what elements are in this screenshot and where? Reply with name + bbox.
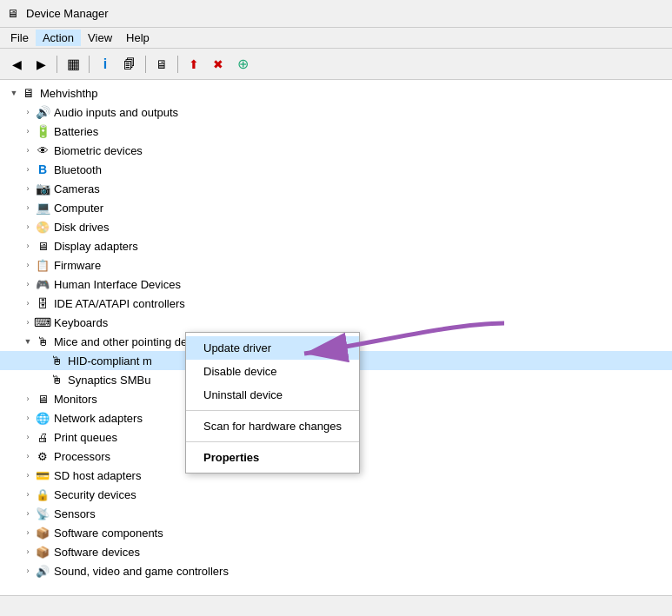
tree-item-firmware[interactable]: › 📋 Firmware <box>0 255 672 275</box>
tree-item-bluetooth[interactable]: › B Bluetooth <box>0 160 672 179</box>
display-expand[interactable]: › <box>21 239 35 253</box>
ctx-uninstall-device[interactable]: Uninstall device <box>186 383 359 407</box>
tree-item-sw-components[interactable]: › 📦 Software components <box>0 523 672 542</box>
uninstall-button[interactable]: ✖ <box>207 53 230 76</box>
tree-item-audio[interactable]: › 🔊 Audio inputs and outputs <box>0 103 672 122</box>
showhide-icon: ▦ <box>67 56 80 72</box>
sensors-icon: 📡 <box>35 506 50 521</box>
mice-expand[interactable]: ▼ <box>21 334 35 348</box>
tree-item-computer[interactable]: › 💻 Computer <box>0 198 672 217</box>
biometric-expand[interactable]: › <box>21 143 35 157</box>
audio-label: Audio inputs and outputs <box>54 106 178 119</box>
ctx-scan-hardware[interactable]: Scan for hardware changes <box>186 414 359 438</box>
synaptics-expand <box>35 373 49 387</box>
audio-expand[interactable]: › <box>21 105 35 119</box>
hid-expand[interactable]: › <box>21 277 35 291</box>
window-title: Device Manager <box>26 7 109 20</box>
tree-item-display[interactable]: › 🖥 Display adapters <box>0 236 672 255</box>
hid-mouse-label: HID-compliant m <box>68 354 152 368</box>
menu-help[interactable]: Help <box>119 30 156 46</box>
processors-expand[interactable]: › <box>21 449 35 463</box>
update-icon: ⬆ <box>189 57 199 71</box>
root-expand[interactable]: ▼ <box>7 86 21 100</box>
uninstall-icon: ✖ <box>213 57 223 71</box>
context-menu: Update driver Disable device Uninstall d… <box>185 332 360 474</box>
sd-label: SD host adapters <box>54 469 141 482</box>
computer-expand[interactable]: › <box>21 201 35 215</box>
print-label: Print queues <box>54 431 117 444</box>
showhide-button[interactable]: ▦ <box>62 53 84 76</box>
root-label: Mehvishthp <box>40 87 97 100</box>
scan-button[interactable]: ⊕ <box>231 53 254 76</box>
hid-mouse-icon: 🖱 <box>49 353 64 368</box>
screen-icon: 🖥 <box>156 57 168 71</box>
info-button[interactable]: i <box>94 53 116 76</box>
cameras-expand[interactable]: › <box>21 182 35 195</box>
ctx-properties[interactable]: Properties <box>186 446 359 469</box>
tree-item-batteries[interactable]: › 🔋 Batteries <box>0 122 672 141</box>
print-expand[interactable]: › <box>21 430 35 444</box>
cameras-icon: 📷 <box>35 181 50 196</box>
security-icon: 🔒 <box>35 487 50 502</box>
processors-icon: ⚙ <box>35 448 50 464</box>
forward-button[interactable]: ▶ <box>30 53 52 76</box>
toolbar-separator-3 <box>145 56 146 73</box>
disk-expand[interactable]: › <box>21 220 35 234</box>
firmware-expand[interactable]: › <box>21 258 35 272</box>
menu-view[interactable]: View <box>81 30 119 46</box>
computer-node-icon: 💻 <box>35 200 50 215</box>
tree-item-cameras[interactable]: › 📷 Cameras <box>0 179 672 198</box>
sound-expand[interactable]: › <box>21 564 35 578</box>
biometric-label: Biometric devices <box>54 144 143 157</box>
keyboards-expand[interactable]: › <box>21 315 35 329</box>
sound-label: Sound, video and game controllers <box>54 565 229 578</box>
network-label: Network adapters <box>54 412 143 425</box>
processors-label: Processors <box>54 450 110 463</box>
toolbar-separator-4 <box>177 56 178 73</box>
sw-components-expand[interactable]: › <box>21 526 35 540</box>
properties-button[interactable]: 🗐 <box>118 53 141 76</box>
print-icon: 🖨 <box>35 429 50 445</box>
tree-item-sound[interactable]: › 🔊 Sound, video and game controllers <box>0 561 672 580</box>
ctx-sep-2 <box>186 441 359 442</box>
sw-devices-expand[interactable]: › <box>21 545 35 559</box>
sd-icon: 💳 <box>35 467 50 483</box>
tree-item-keyboards[interactable]: › ⌨ Keyboards <box>0 313 672 332</box>
tree-item-sw-devices[interactable]: › 📦 Software devices <box>0 542 672 561</box>
sensors-expand[interactable]: › <box>21 507 35 520</box>
security-label: Security devices <box>54 488 136 501</box>
disk-icon: 📀 <box>35 219 50 235</box>
monitors-expand[interactable]: › <box>21 392 35 406</box>
hid-mouse-expand <box>35 354 49 368</box>
ide-expand[interactable]: › <box>21 296 35 310</box>
computer-label: Computer <box>54 202 103 215</box>
ctx-disable-device[interactable]: Disable device <box>186 360 359 383</box>
back-button[interactable]: ◀ <box>5 53 28 76</box>
menu-file[interactable]: File <box>3 30 36 46</box>
status-bar <box>0 595 672 616</box>
tree-item-ide[interactable]: › 🗄 IDE ATA/ATAPI controllers <box>0 294 672 313</box>
screen-button[interactable]: 🖥 <box>150 53 173 76</box>
bluetooth-expand[interactable]: › <box>21 162 35 176</box>
info-icon: i <box>103 56 107 72</box>
update-button[interactable]: ⬆ <box>183 53 205 76</box>
batteries-expand[interactable]: › <box>21 124 35 138</box>
menu-action[interactable]: Action <box>36 30 81 46</box>
tree-item-biometric[interactable]: › 👁 Biometric devices <box>0 141 672 160</box>
disk-label: Disk drives <box>54 221 110 234</box>
display-label: Display adapters <box>54 240 138 253</box>
sd-expand[interactable]: › <box>21 468 35 482</box>
ctx-update-driver[interactable]: Update driver <box>186 336 359 360</box>
main-content: ▼ 🖥 Mehvishthp › 🔊 Audio inputs and outp… <box>0 80 672 595</box>
security-expand[interactable]: › <box>21 487 35 501</box>
firmware-icon: 📋 <box>35 257 50 273</box>
tree-item-security[interactable]: › 🔒 Security devices <box>0 485 672 504</box>
network-expand[interactable]: › <box>21 411 35 425</box>
tree-root[interactable]: ▼ 🖥 Mehvishthp <box>0 83 672 103</box>
tree-item-hid[interactable]: › 🎮 Human Interface Devices <box>0 275 672 294</box>
keyboards-label: Keyboards <box>54 316 108 329</box>
network-icon: 🌐 <box>35 410 50 426</box>
tree-item-sensors[interactable]: › 📡 Sensors <box>0 504 672 523</box>
tree-item-disk[interactable]: › 📀 Disk drives <box>0 217 672 236</box>
sw-components-label: Software components <box>54 527 163 540</box>
